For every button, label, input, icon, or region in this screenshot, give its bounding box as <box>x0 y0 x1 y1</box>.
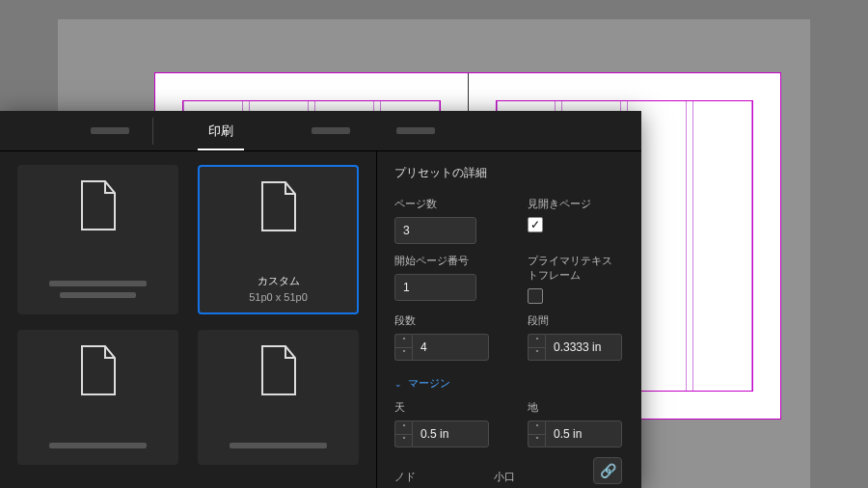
margin-bottom-label: 地 <box>528 400 622 415</box>
primary-text-frame-checkbox[interactable] <box>528 288 543 304</box>
link-icon: 🔗 <box>600 463 616 478</box>
facing-pages-label: 見開きページ <box>528 197 622 211</box>
stepper-down-icon[interactable]: ˅ <box>529 435 545 447</box>
gutter-label: 段間 <box>528 313 622 328</box>
stepper-up-icon[interactable]: ˄ <box>395 421 412 435</box>
stepper-up-icon[interactable]: ˄ <box>529 421 545 435</box>
tab-bar: 印刷 <box>0 111 641 151</box>
margin-top-label: 天 <box>394 400 489 415</box>
tab-print[interactable]: 印刷 <box>153 111 288 150</box>
new-document-dialog: 印刷 カスタム 51p0 x 51p0 <box>0 111 641 488</box>
page-icon <box>78 344 119 396</box>
tab-placeholder[interactable] <box>396 127 435 134</box>
page-icon <box>78 179 119 231</box>
preset-grid: カスタム 51p0 x 51p0 <box>0 151 376 488</box>
margin-outside-label: 小口 <box>494 470 555 484</box>
preset-details-panel: プリセットの詳細 ページ数 3 見開きページ ✓ 開始ページ番号 1 プライマリ… <box>376 151 641 488</box>
tab-print-label: 印刷 <box>208 122 233 140</box>
start-page-input[interactable]: 1 <box>394 274 476 301</box>
preset-dimensions: 51p0 x 51p0 <box>209 291 347 303</box>
page-count-input[interactable]: 3 <box>394 217 476 244</box>
preset-title: カスタム <box>209 274 347 288</box>
primary-text-frame-label: プライマリテキストフレーム <box>528 254 622 283</box>
preset-card[interactable] <box>198 330 359 465</box>
tab-placeholder[interactable] <box>312 127 350 134</box>
details-header: プリセットの詳細 <box>394 165 622 181</box>
stepper-down-icon[interactable]: ˅ <box>529 348 545 361</box>
margin-top-stepper[interactable]: ˄˅ 0.5 in <box>394 420 489 447</box>
stepper-down-icon[interactable]: ˅ <box>395 348 412 361</box>
tab-placeholder[interactable] <box>91 127 129 134</box>
preset-card[interactable] <box>17 165 178 314</box>
margin-bottom-stepper[interactable]: ˄˅ 0.5 in <box>528 420 622 447</box>
stepper-up-icon[interactable]: ˄ <box>529 335 545 348</box>
gutter-stepper[interactable]: ˄˅ 0.3333 in <box>528 334 622 361</box>
margin-inside-label: ノド <box>394 470 455 484</box>
page-icon <box>258 180 299 232</box>
start-page-label: 開始ページ番号 <box>394 254 489 268</box>
columns-stepper[interactable]: ˄˅ 4 <box>394 334 489 361</box>
page-count-label: ページ数 <box>394 197 489 211</box>
stepper-down-icon[interactable]: ˅ <box>395 435 412 447</box>
columns-label: 段数 <box>394 313 489 328</box>
link-margins-button[interactable]: 🔗 <box>593 457 622 484</box>
page-icon <box>258 344 299 396</box>
stepper-up-icon[interactable]: ˄ <box>395 335 412 348</box>
margin-section-toggle[interactable]: ⌄ マージン <box>394 376 622 391</box>
preset-card[interactable] <box>17 330 178 465</box>
preset-card-custom[interactable]: カスタム 51p0 x 51p0 <box>198 165 359 314</box>
chevron-down-icon: ⌄ <box>394 379 402 389</box>
facing-pages-checkbox[interactable]: ✓ <box>528 217 543 232</box>
